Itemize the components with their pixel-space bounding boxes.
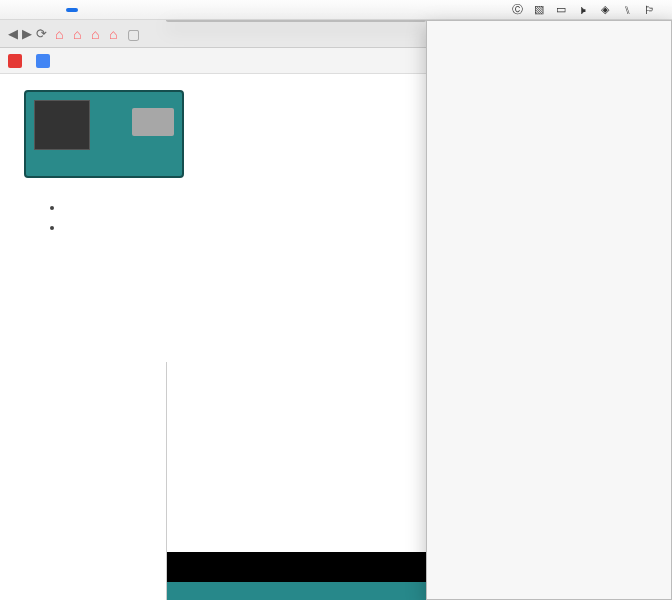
tray-icon-display[interactable]: ▭ xyxy=(554,4,568,16)
tray-icon-wifi[interactable]: ⑊ xyxy=(620,4,634,16)
arduino-statusbar xyxy=(167,582,426,600)
tab-icon[interactable]: ▢ xyxy=(127,27,141,41)
airbnb-icon[interactable]: ⌂ xyxy=(91,27,105,41)
favicon-row: ⌂ ⌂ ⌂ ⌂ ▢ xyxy=(55,27,141,41)
forward-icon[interactable]: ▶ xyxy=(22,26,32,41)
bookmark-item[interactable] xyxy=(36,54,54,68)
boards-submenu xyxy=(426,20,672,600)
flag-icon[interactable]: 🏳 xyxy=(642,4,656,16)
tray-icon-net[interactable]: ◈ xyxy=(598,4,612,16)
tray-icon-sound[interactable]: 🕨 xyxy=(576,4,590,16)
menu-tools[interactable] xyxy=(66,8,78,12)
esp8266-board-image xyxy=(24,90,184,178)
airbnb-icon[interactable]: ⌂ xyxy=(109,27,123,41)
tray-icon-c[interactable]: Ⓒ xyxy=(510,4,524,16)
arduino-console xyxy=(167,552,426,582)
bookmark-favicon xyxy=(8,54,22,68)
macos-menubar: Ⓒ ▧ ▭ 🕨 ◈ ⑊ 🏳 xyxy=(0,0,672,20)
tools-dropdown xyxy=(166,20,426,22)
airbnb-icon[interactable]: ⌂ xyxy=(55,27,69,41)
bookmark-item[interactable] xyxy=(8,54,26,68)
back-icon[interactable]: ◀ xyxy=(8,26,18,41)
airbnb-icon[interactable]: ⌂ xyxy=(73,27,87,41)
reload-icon[interactable]: ⟳ xyxy=(36,26,47,41)
tray-icon-gpu[interactable]: ▧ xyxy=(532,4,546,16)
bookmark-favicon xyxy=(36,54,50,68)
arduino-editor[interactable] xyxy=(166,362,426,600)
nav-controls: ◀ ▶ ⟳ xyxy=(8,26,47,41)
menubar-tray: Ⓒ ▧ ▭ 🕨 ◈ ⑊ 🏳 xyxy=(510,4,664,16)
